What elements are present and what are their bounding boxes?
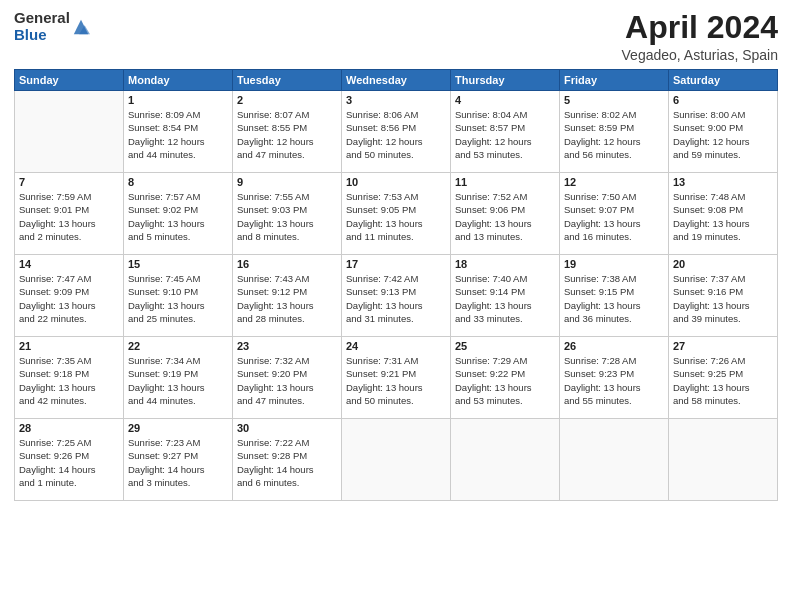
calendar-cell [669, 419, 778, 501]
day-info: Sunrise: 7:40 AMSunset: 9:14 PMDaylight:… [455, 272, 555, 325]
logo-text: General Blue [14, 10, 70, 43]
day-info: Sunrise: 7:23 AMSunset: 9:27 PMDaylight:… [128, 436, 228, 489]
day-info: Sunrise: 7:59 AMSunset: 9:01 PMDaylight:… [19, 190, 119, 243]
day-number: 11 [455, 176, 555, 188]
calendar-cell: 6Sunrise: 8:00 AMSunset: 9:00 PMDaylight… [669, 91, 778, 173]
page: General Blue April 2024 Vegadeo, Asturia… [0, 0, 792, 612]
calendar-cell: 25Sunrise: 7:29 AMSunset: 9:22 PMDayligh… [451, 337, 560, 419]
day-info: Sunrise: 7:48 AMSunset: 9:08 PMDaylight:… [673, 190, 773, 243]
day-info: Sunrise: 7:34 AMSunset: 9:19 PMDaylight:… [128, 354, 228, 407]
day-number: 7 [19, 176, 119, 188]
day-info: Sunrise: 7:52 AMSunset: 9:06 PMDaylight:… [455, 190, 555, 243]
calendar-cell: 5Sunrise: 8:02 AMSunset: 8:59 PMDaylight… [560, 91, 669, 173]
day-number: 1 [128, 94, 228, 106]
day-number: 13 [673, 176, 773, 188]
day-number: 3 [346, 94, 446, 106]
day-number: 6 [673, 94, 773, 106]
day-number: 29 [128, 422, 228, 434]
calendar-week-row: 1Sunrise: 8:09 AMSunset: 8:54 PMDaylight… [15, 91, 778, 173]
day-number: 16 [237, 258, 337, 270]
day-info: Sunrise: 7:31 AMSunset: 9:21 PMDaylight:… [346, 354, 446, 407]
calendar-cell: 14Sunrise: 7:47 AMSunset: 9:09 PMDayligh… [15, 255, 124, 337]
header: General Blue April 2024 Vegadeo, Asturia… [14, 10, 778, 63]
day-info: Sunrise: 7:55 AMSunset: 9:03 PMDaylight:… [237, 190, 337, 243]
day-number: 4 [455, 94, 555, 106]
day-info: Sunrise: 7:53 AMSunset: 9:05 PMDaylight:… [346, 190, 446, 243]
day-info: Sunrise: 7:32 AMSunset: 9:20 PMDaylight:… [237, 354, 337, 407]
day-info: Sunrise: 7:57 AMSunset: 9:02 PMDaylight:… [128, 190, 228, 243]
day-number: 22 [128, 340, 228, 352]
day-number: 21 [19, 340, 119, 352]
day-info: Sunrise: 7:25 AMSunset: 9:26 PMDaylight:… [19, 436, 119, 489]
day-number: 9 [237, 176, 337, 188]
logo: General Blue [14, 10, 90, 43]
day-number: 8 [128, 176, 228, 188]
calendar-cell: 8Sunrise: 7:57 AMSunset: 9:02 PMDaylight… [124, 173, 233, 255]
calendar-cell: 2Sunrise: 8:07 AMSunset: 8:55 PMDaylight… [233, 91, 342, 173]
calendar-cell: 19Sunrise: 7:38 AMSunset: 9:15 PMDayligh… [560, 255, 669, 337]
calendar-cell: 4Sunrise: 8:04 AMSunset: 8:57 PMDaylight… [451, 91, 560, 173]
weekday-header: Saturday [669, 70, 778, 91]
calendar-cell: 12Sunrise: 7:50 AMSunset: 9:07 PMDayligh… [560, 173, 669, 255]
calendar-cell [560, 419, 669, 501]
calendar-cell [342, 419, 451, 501]
calendar-week-row: 21Sunrise: 7:35 AMSunset: 9:18 PMDayligh… [15, 337, 778, 419]
day-info: Sunrise: 8:09 AMSunset: 8:54 PMDaylight:… [128, 108, 228, 161]
weekday-header: Sunday [15, 70, 124, 91]
calendar-cell: 15Sunrise: 7:45 AMSunset: 9:10 PMDayligh… [124, 255, 233, 337]
day-info: Sunrise: 7:47 AMSunset: 9:09 PMDaylight:… [19, 272, 119, 325]
day-info: Sunrise: 8:07 AMSunset: 8:55 PMDaylight:… [237, 108, 337, 161]
calendar-table: SundayMondayTuesdayWednesdayThursdayFrid… [14, 69, 778, 501]
day-info: Sunrise: 7:22 AMSunset: 9:28 PMDaylight:… [237, 436, 337, 489]
day-info: Sunrise: 8:04 AMSunset: 8:57 PMDaylight:… [455, 108, 555, 161]
calendar-week-row: 28Sunrise: 7:25 AMSunset: 9:26 PMDayligh… [15, 419, 778, 501]
day-number: 10 [346, 176, 446, 188]
day-number: 5 [564, 94, 664, 106]
calendar-cell: 30Sunrise: 7:22 AMSunset: 9:28 PMDayligh… [233, 419, 342, 501]
calendar-cell: 20Sunrise: 7:37 AMSunset: 9:16 PMDayligh… [669, 255, 778, 337]
weekday-header: Wednesday [342, 70, 451, 91]
calendar-cell: 26Sunrise: 7:28 AMSunset: 9:23 PMDayligh… [560, 337, 669, 419]
month-title: April 2024 [622, 10, 778, 45]
location: Vegadeo, Asturias, Spain [622, 47, 778, 63]
calendar-cell: 29Sunrise: 7:23 AMSunset: 9:27 PMDayligh… [124, 419, 233, 501]
weekday-header: Tuesday [233, 70, 342, 91]
day-number: 12 [564, 176, 664, 188]
logo-icon [72, 18, 90, 36]
day-number: 24 [346, 340, 446, 352]
calendar-cell: 9Sunrise: 7:55 AMSunset: 9:03 PMDaylight… [233, 173, 342, 255]
logo-general: General [14, 10, 70, 27]
calendar-cell [451, 419, 560, 501]
calendar-cell: 28Sunrise: 7:25 AMSunset: 9:26 PMDayligh… [15, 419, 124, 501]
day-number: 14 [19, 258, 119, 270]
day-number: 25 [455, 340, 555, 352]
day-number: 30 [237, 422, 337, 434]
day-info: Sunrise: 7:29 AMSunset: 9:22 PMDaylight:… [455, 354, 555, 407]
day-info: Sunrise: 7:42 AMSunset: 9:13 PMDaylight:… [346, 272, 446, 325]
calendar-week-row: 7Sunrise: 7:59 AMSunset: 9:01 PMDaylight… [15, 173, 778, 255]
calendar-cell: 21Sunrise: 7:35 AMSunset: 9:18 PMDayligh… [15, 337, 124, 419]
day-info: Sunrise: 7:43 AMSunset: 9:12 PMDaylight:… [237, 272, 337, 325]
calendar-cell: 3Sunrise: 8:06 AMSunset: 8:56 PMDaylight… [342, 91, 451, 173]
day-info: Sunrise: 8:02 AMSunset: 8:59 PMDaylight:… [564, 108, 664, 161]
weekday-header: Thursday [451, 70, 560, 91]
day-number: 19 [564, 258, 664, 270]
day-number: 2 [237, 94, 337, 106]
day-info: Sunrise: 7:37 AMSunset: 9:16 PMDaylight:… [673, 272, 773, 325]
day-number: 26 [564, 340, 664, 352]
day-info: Sunrise: 7:26 AMSunset: 9:25 PMDaylight:… [673, 354, 773, 407]
day-info: Sunrise: 7:28 AMSunset: 9:23 PMDaylight:… [564, 354, 664, 407]
day-info: Sunrise: 7:50 AMSunset: 9:07 PMDaylight:… [564, 190, 664, 243]
calendar-cell: 27Sunrise: 7:26 AMSunset: 9:25 PMDayligh… [669, 337, 778, 419]
day-number: 23 [237, 340, 337, 352]
weekday-header-row: SundayMondayTuesdayWednesdayThursdayFrid… [15, 70, 778, 91]
day-info: Sunrise: 8:06 AMSunset: 8:56 PMDaylight:… [346, 108, 446, 161]
day-info: Sunrise: 7:35 AMSunset: 9:18 PMDaylight:… [19, 354, 119, 407]
calendar-cell: 23Sunrise: 7:32 AMSunset: 9:20 PMDayligh… [233, 337, 342, 419]
weekday-header: Monday [124, 70, 233, 91]
day-info: Sunrise: 7:45 AMSunset: 9:10 PMDaylight:… [128, 272, 228, 325]
weekday-header: Friday [560, 70, 669, 91]
day-number: 28 [19, 422, 119, 434]
logo-blue: Blue [14, 27, 70, 44]
day-number: 18 [455, 258, 555, 270]
